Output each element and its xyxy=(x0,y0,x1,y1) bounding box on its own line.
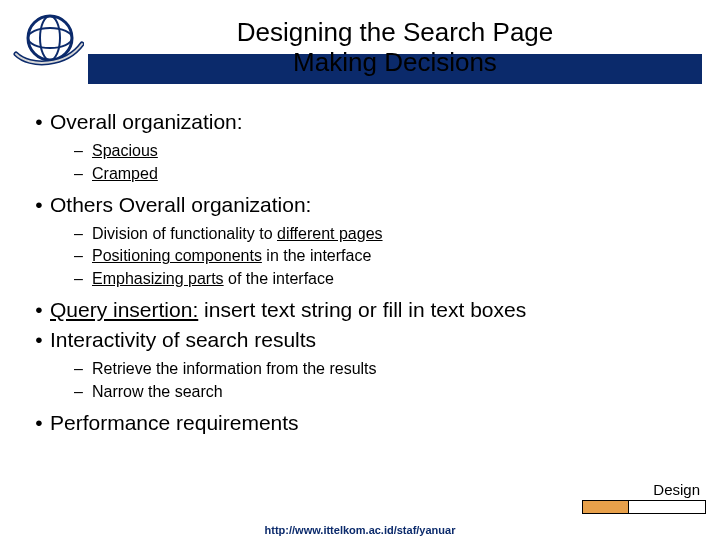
text-segment: Cramped xyxy=(92,165,158,182)
text-segment: Query insertion: xyxy=(50,298,198,321)
sub-item-text: Narrow the search xyxy=(92,381,223,403)
bullet-icon: • xyxy=(28,409,50,437)
bullet-icon: • xyxy=(28,108,50,136)
list-item-text: Interactivity of search results xyxy=(50,326,316,354)
sub-item-text: Cramped xyxy=(92,163,158,185)
list-item: •Others Overall organization:–Division o… xyxy=(28,191,700,290)
footer-url: http://www.ittelkom.ac.id/staf/yanuar xyxy=(0,524,720,536)
text-segment: in the interface xyxy=(262,247,371,264)
dash-icon: – xyxy=(74,381,92,403)
dash-icon: – xyxy=(74,163,92,185)
text-segment: Emphasizing parts xyxy=(92,270,224,287)
list-item-text: Overall organization: xyxy=(50,108,243,136)
svg-point-1 xyxy=(28,28,72,48)
sub-list-item: –Division of functionality to different … xyxy=(74,223,700,245)
sub-list-item: –Positioning components in the interface xyxy=(74,245,700,267)
slide: Designing the Search Page Making Decisio… xyxy=(0,0,720,540)
list-item: •Overall organization:–Spacious–Cramped xyxy=(28,108,700,185)
text-segment: Positioning components xyxy=(92,247,262,264)
bullet-list: •Overall organization:–Spacious–Cramped•… xyxy=(28,108,700,437)
sub-item-text: Positioning components in the interface xyxy=(92,245,371,267)
sub-list-item: –Emphasizing parts of the interface xyxy=(74,268,700,290)
text-segment: Division of functionality to xyxy=(92,225,277,242)
dash-icon: – xyxy=(74,245,92,267)
bullet-icon: • xyxy=(28,326,50,354)
text-segment: Narrow the search xyxy=(92,383,223,400)
sub-item-text: Retrieve the information from the result… xyxy=(92,358,377,380)
footer-label: Design xyxy=(582,481,706,498)
text-segment: Spacious xyxy=(92,142,158,159)
dash-icon: – xyxy=(74,268,92,290)
list-item-text: Query insertion: insert text string or f… xyxy=(50,296,526,324)
globe-logo-icon xyxy=(10,8,84,68)
sub-list: –Division of functionality to different … xyxy=(74,223,700,290)
sub-item-text: Emphasizing parts of the interface xyxy=(92,268,334,290)
text-segment: insert text string or fill in text boxes xyxy=(198,298,526,321)
sub-list: –Spacious–Cramped xyxy=(74,140,700,184)
bullet-icon: • xyxy=(28,296,50,324)
slide-title: Designing the Search Page Making Decisio… xyxy=(237,18,554,78)
list-item: •Query insertion: insert text string or … xyxy=(28,296,700,324)
svg-point-0 xyxy=(28,16,72,60)
sub-list-item: –Spacious xyxy=(74,140,700,162)
sub-list-item: –Cramped xyxy=(74,163,700,185)
footer-badge: Design xyxy=(582,481,706,514)
list-item-text: Others Overall organization: xyxy=(50,191,311,219)
dash-icon: – xyxy=(74,223,92,245)
text-segment: different pages xyxy=(277,225,383,242)
sub-item-text: Division of functionality to different p… xyxy=(92,223,383,245)
list-item-text: Performance requirements xyxy=(50,409,299,437)
text-segment: Retrieve the information from the result… xyxy=(92,360,377,377)
text-segment: Overall organization: xyxy=(50,110,243,133)
text-segment: Others Overall organization: xyxy=(50,193,311,216)
list-item: •Interactivity of search results–Retriev… xyxy=(28,326,700,403)
title-bar: Designing the Search Page Making Decisio… xyxy=(88,12,702,84)
sub-list-item: –Retrieve the information from the resul… xyxy=(74,358,700,380)
sub-list: –Retrieve the information from the resul… xyxy=(74,358,700,402)
footer-progress-icon xyxy=(582,500,706,514)
bullet-icon: • xyxy=(28,191,50,219)
dash-icon: – xyxy=(74,140,92,162)
text-segment: Performance requirements xyxy=(50,411,299,434)
sub-list-item: –Narrow the search xyxy=(74,381,700,403)
text-segment: Interactivity of search results xyxy=(50,328,316,351)
svg-point-2 xyxy=(40,16,60,60)
text-segment: of the interface xyxy=(224,270,334,287)
slide-body: •Overall organization:–Spacious–Cramped•… xyxy=(28,108,700,439)
list-item: •Performance requirements xyxy=(28,409,700,437)
sub-item-text: Spacious xyxy=(92,140,158,162)
dash-icon: – xyxy=(74,358,92,380)
